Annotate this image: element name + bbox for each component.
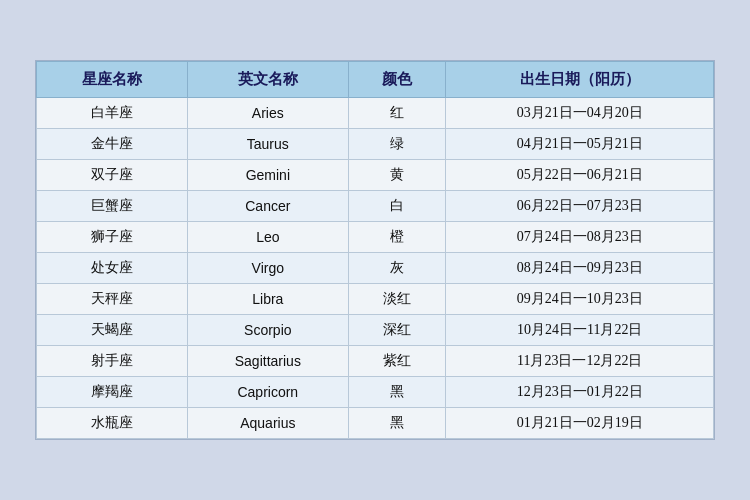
header-english-name: 英文名称	[187, 62, 348, 98]
table-row: 天秤座Libra淡红09月24日一10月23日	[37, 284, 714, 315]
cell-english-name: Aries	[187, 98, 348, 129]
cell-chinese-name: 天蝎座	[37, 315, 188, 346]
cell-date: 10月24日一11月22日	[446, 315, 714, 346]
table-row: 白羊座Aries红03月21日一04月20日	[37, 98, 714, 129]
zodiac-table: 星座名称 英文名称 颜色 出生日期（阳历） 白羊座Aries红03月21日一04…	[36, 61, 714, 439]
header-color: 颜色	[349, 62, 446, 98]
cell-chinese-name: 水瓶座	[37, 408, 188, 439]
cell-color: 黑	[349, 377, 446, 408]
cell-color: 深红	[349, 315, 446, 346]
cell-english-name: Cancer	[187, 191, 348, 222]
cell-date: 11月23日一12月22日	[446, 346, 714, 377]
table-row: 处女座Virgo灰08月24日一09月23日	[37, 253, 714, 284]
cell-date: 03月21日一04月20日	[446, 98, 714, 129]
cell-english-name: Capricorn	[187, 377, 348, 408]
table-row: 摩羯座Capricorn黑12月23日一01月22日	[37, 377, 714, 408]
table-row: 天蝎座Scorpio深红10月24日一11月22日	[37, 315, 714, 346]
cell-english-name: Sagittarius	[187, 346, 348, 377]
cell-date: 09月24日一10月23日	[446, 284, 714, 315]
cell-chinese-name: 金牛座	[37, 129, 188, 160]
cell-chinese-name: 双子座	[37, 160, 188, 191]
cell-date: 07月24日一08月23日	[446, 222, 714, 253]
cell-english-name: Scorpio	[187, 315, 348, 346]
table-body: 白羊座Aries红03月21日一04月20日金牛座Taurus绿04月21日一0…	[37, 98, 714, 439]
table-row: 双子座Gemini黄05月22日一06月21日	[37, 160, 714, 191]
cell-chinese-name: 巨蟹座	[37, 191, 188, 222]
cell-date: 05月22日一06月21日	[446, 160, 714, 191]
cell-color: 灰	[349, 253, 446, 284]
table-header-row: 星座名称 英文名称 颜色 出生日期（阳历）	[37, 62, 714, 98]
cell-color: 红	[349, 98, 446, 129]
cell-chinese-name: 狮子座	[37, 222, 188, 253]
cell-color: 橙	[349, 222, 446, 253]
header-date: 出生日期（阳历）	[446, 62, 714, 98]
cell-color: 黑	[349, 408, 446, 439]
table-row: 狮子座Leo橙07月24日一08月23日	[37, 222, 714, 253]
cell-english-name: Virgo	[187, 253, 348, 284]
cell-date: 04月21日一05月21日	[446, 129, 714, 160]
cell-date: 08月24日一09月23日	[446, 253, 714, 284]
cell-color: 绿	[349, 129, 446, 160]
cell-color: 紫红	[349, 346, 446, 377]
cell-chinese-name: 天秤座	[37, 284, 188, 315]
cell-date: 06月22日一07月23日	[446, 191, 714, 222]
cell-date: 01月21日一02月19日	[446, 408, 714, 439]
cell-chinese-name: 摩羯座	[37, 377, 188, 408]
cell-english-name: Aquarius	[187, 408, 348, 439]
cell-color: 白	[349, 191, 446, 222]
cell-english-name: Leo	[187, 222, 348, 253]
cell-chinese-name: 射手座	[37, 346, 188, 377]
table-row: 射手座Sagittarius紫红11月23日一12月22日	[37, 346, 714, 377]
header-chinese-name: 星座名称	[37, 62, 188, 98]
cell-chinese-name: 处女座	[37, 253, 188, 284]
cell-english-name: Taurus	[187, 129, 348, 160]
cell-color: 黄	[349, 160, 446, 191]
table-row: 巨蟹座Cancer白06月22日一07月23日	[37, 191, 714, 222]
cell-chinese-name: 白羊座	[37, 98, 188, 129]
cell-english-name: Libra	[187, 284, 348, 315]
table-row: 水瓶座Aquarius黑01月21日一02月19日	[37, 408, 714, 439]
zodiac-table-container: 星座名称 英文名称 颜色 出生日期（阳历） 白羊座Aries红03月21日一04…	[35, 60, 715, 440]
cell-english-name: Gemini	[187, 160, 348, 191]
table-row: 金牛座Taurus绿04月21日一05月21日	[37, 129, 714, 160]
cell-color: 淡红	[349, 284, 446, 315]
cell-date: 12月23日一01月22日	[446, 377, 714, 408]
